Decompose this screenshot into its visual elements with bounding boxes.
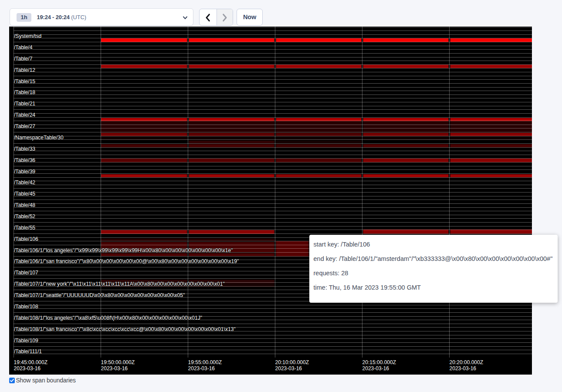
svg-text:/Table/36: /Table/36 (14, 157, 35, 163)
svg-text:/Table/109: /Table/109 (14, 338, 38, 344)
svg-text:19:55:00.000Z: 19:55:00.000Z (188, 359, 222, 365)
svg-text:/Table/107/1/"new york"/"\x11\: /Table/107/1/"new york"/"\x11\x11\x11\x1… (14, 281, 225, 287)
svg-text:/Table/4: /Table/4 (14, 44, 33, 51)
svg-text:/Table/39: /Table/39 (14, 169, 35, 175)
svg-text:2023-03-16: 2023-03-16 (450, 365, 477, 372)
svg-text:/Table/48: /Table/48 (14, 202, 35, 208)
svg-text:/Table/24: /Table/24 (14, 112, 35, 118)
svg-text:/Table/55: /Table/55 (14, 225, 35, 231)
svg-text:/Table/106/1/"san francisco"/": /Table/106/1/"san francisco"/"\x80\x00\x… (14, 258, 239, 264)
svg-text:/System/tsd: /System/tsd (14, 33, 41, 39)
svg-text:/Table/12: /Table/12 (14, 67, 35, 73)
svg-text:2023-03-16: 2023-03-16 (188, 365, 215, 372)
svg-text:/Table/108/1/"los angeles"/"\x: /Table/108/1/"los angeles"/"\xa8\xf5\u00… (14, 315, 202, 321)
svg-text:/Table/108/1/"san francisco"/": /Table/108/1/"san francisco"/"\x8c\xcc\x… (14, 326, 236, 332)
svg-text:2023-03-16: 2023-03-16 (14, 365, 41, 372)
svg-text:/Table/107/1/"seattle"/"UUUUUU: /Table/107/1/"seattle"/"UUUUUUD\x00\x80\… (14, 292, 185, 298)
svg-text:20:10:00.000Z: 20:10:00.000Z (275, 359, 309, 365)
svg-text:/Table/106/1/"los angeles"/"\x: /Table/106/1/"los angeles"/"\x99\x99\x99… (14, 247, 233, 253)
svg-text:19:50:00.000Z: 19:50:00.000Z (101, 359, 135, 365)
svg-text:/Table/108: /Table/108 (14, 304, 38, 310)
svg-text:/Table/111/1: /Table/111/1 (14, 348, 42, 355)
svg-text:/Table/7: /Table/7 (14, 56, 33, 62)
svg-text:/Table/45: /Table/45 (14, 191, 35, 197)
svg-text:20:15:00.000Z: 20:15:00.000Z (362, 359, 396, 365)
svg-text:/Table/33: /Table/33 (14, 146, 35, 152)
svg-text:/Table/42: /Table/42 (14, 179, 35, 186)
svg-text:/Table/27: /Table/27 (14, 123, 35, 129)
svg-text:2023-03-16: 2023-03-16 (275, 365, 302, 372)
svg-text:/Table/21: /Table/21 (14, 101, 35, 107)
svg-text:19:45:00.000Z: 19:45:00.000Z (14, 359, 47, 365)
svg-text:/Table/15: /Table/15 (14, 78, 35, 84)
svg-text:/NamespaceTable/30: /NamespaceTable/30 (14, 135, 64, 141)
svg-text:/Table/107: /Table/107 (14, 270, 38, 276)
svg-text:2023-03-16: 2023-03-16 (362, 365, 389, 372)
svg-text:/Table/106: /Table/106 (14, 236, 38, 242)
svg-text:/Table/52: /Table/52 (14, 213, 35, 220)
svg-text:20:20:00.000Z: 20:20:00.000Z (450, 359, 483, 365)
svg-text:2023-03-16: 2023-03-16 (101, 365, 128, 372)
svg-text:/Table/18: /Table/18 (14, 89, 35, 95)
